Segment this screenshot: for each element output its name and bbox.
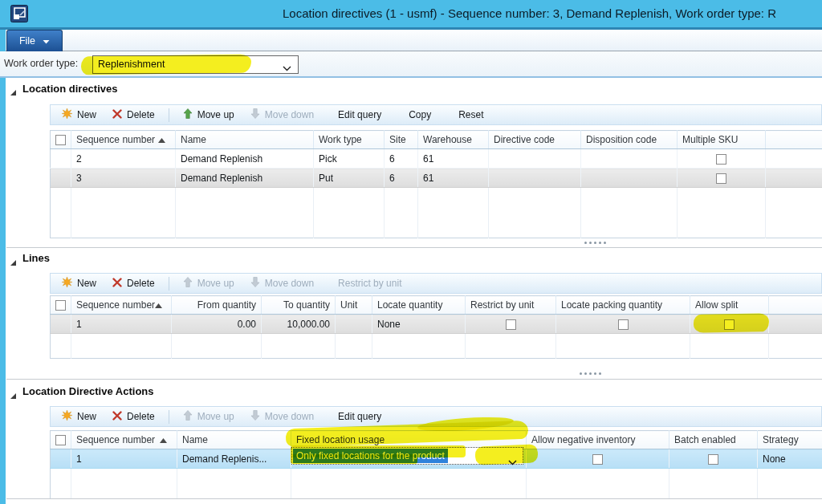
cell-restrict-by-unit[interactable] [466,315,556,334]
allow-negative-inventory-checkbox[interactable] [592,454,603,465]
restrict-by-unit-checkbox[interactable] [506,319,516,330]
cell-sequence-number[interactable]: 2 [71,149,176,169]
cell-sequence-number[interactable]: 1 [71,449,177,469]
select-all-checkbox[interactable] [55,135,66,145]
cell-sequence-number[interactable]: 3 [71,169,176,188]
grid-empty-area [51,334,822,359]
move-up-button[interactable]: Move up [175,105,242,124]
column-header-strategy[interactable]: Strategy [758,431,822,449]
cell-multiple-sku[interactable] [678,149,766,169]
column-header-allow-negative-inventory[interactable]: Allow negative inventory [527,431,669,449]
column-header-site[interactable]: Site [385,131,418,149]
cell-warehouse[interactable]: 61 [418,149,489,169]
cell-strategy[interactable]: None [758,449,822,469]
grid-header-row: Sequence number Name Work type Site Ware… [51,131,822,149]
section-title-location-directive-actions: Location Directive Actions [22,385,154,397]
reset-button[interactable]: Reset [450,105,491,124]
row-selector-cell[interactable] [51,149,71,169]
select-all-checkbox[interactable] [55,435,66,445]
file-menu-arrow-icon [43,35,50,47]
column-header-work-type[interactable]: Work type [314,131,385,149]
delete-button[interactable]: Delete [104,407,163,426]
copy-button[interactable]: Copy [401,105,439,124]
delete-button[interactable]: Delete [104,105,163,124]
location-directive-actions-grid: Sequence number Name Fixed location usag… [50,430,822,499]
column-header-locate-packing-quantity[interactable]: Locate packing quantity [556,296,690,315]
edit-query-button[interactable]: Edit query [330,407,389,426]
multiple-sku-checkbox[interactable] [716,154,726,165]
new-icon [62,277,72,290]
table-row-selected[interactable]: 1 0.00 10,000.00 None [51,315,822,334]
multiple-sku-checkbox[interactable] [716,173,726,184]
column-header-allow-split[interactable]: Allow split [690,296,769,315]
file-menu-button[interactable]: File [6,30,63,51]
column-header-sequence-number[interactable]: Sequence number [71,431,177,449]
column-header-directive-code[interactable]: Directive code [489,131,581,149]
section-expander-icon[interactable] [10,255,17,270]
delete-icon [112,278,122,290]
row-selector-cell[interactable] [51,315,71,334]
cell-name[interactable]: Demand Replenish [176,169,314,188]
table-row[interactable]: 2 Demand Replenish Pick 6 61 [51,149,822,169]
select-all-header[interactable] [51,131,71,149]
cell-work-type[interactable]: Put [314,169,385,188]
column-header-multiple-sku[interactable]: Multiple SKU [678,131,766,149]
select-all-header[interactable] [51,296,71,315]
column-header-sequence-number[interactable]: Sequence number [71,131,176,149]
new-button[interactable]: New [54,274,104,293]
column-header-restrict-by-unit[interactable]: Restrict by unit [466,296,556,315]
cell-name[interactable]: Demand Replenis... [177,449,291,469]
locate-packing-quantity-checkbox[interactable] [618,319,629,330]
cell-to-quantity[interactable]: 10,000.00 [262,315,336,334]
cell-locate-quantity[interactable]: None [372,315,466,334]
cell-site[interactable]: 6 [385,149,418,169]
cell-warehouse[interactable]: 61 [418,169,489,188]
splitter-handle[interactable] [580,372,601,375]
select-all-header[interactable] [51,431,71,449]
work-order-type-combobox[interactable]: Replenishment [92,55,299,74]
column-header-sequence-number[interactable]: Sequence number [71,296,172,315]
cell-site[interactable]: 6 [385,169,418,188]
column-header-to-quantity[interactable]: To quantity [262,296,336,315]
cell-locate-packing-quantity[interactable] [556,315,690,334]
edit-query-button[interactable]: Edit query [330,105,389,124]
column-header-name[interactable]: Name [176,131,314,149]
column-header-unit[interactable]: Unit [336,296,372,315]
cell-multiple-sku[interactable] [678,169,766,188]
table-row-selected[interactable]: 3 Demand Replenish Put 6 61 [51,169,822,188]
cell-allow-negative-inventory[interactable] [527,449,669,469]
cell-batch-enabled[interactable] [669,449,758,469]
row-selector-cell[interactable] [51,449,71,469]
allow-split-checkbox[interactable] [724,319,735,330]
splitter-handle[interactable] [584,242,606,244]
cell-directive-code[interactable] [489,169,581,188]
column-header-batch-enabled[interactable]: Batch enabled [669,431,758,449]
new-button[interactable]: New [54,105,104,124]
column-header-disposition-code[interactable]: Disposition code [581,131,678,149]
column-header-filler [766,131,822,149]
column-header-name[interactable]: Name [177,431,291,449]
select-all-checkbox[interactable] [55,300,66,311]
column-header-locate-quantity[interactable]: Locate quantity [372,296,466,315]
cell-disposition-code[interactable] [581,169,678,188]
batch-enabled-checkbox[interactable] [708,454,718,465]
column-header-warehouse[interactable]: Warehouse [418,131,489,149]
cell-from-quantity[interactable]: 0.00 [172,315,262,334]
cell-name[interactable]: Demand Replenish [176,149,314,169]
row-selector-cell[interactable] [51,169,71,188]
cell-directive-code[interactable] [489,149,581,169]
cell-unit[interactable] [336,315,372,334]
column-header-from-quantity[interactable]: From quantity [172,296,262,315]
cell-allow-split[interactable] [690,315,769,334]
fixed-location-usage-combobox[interactable]: Only fixed locations for the product [291,447,523,465]
delete-button[interactable]: Delete [104,274,163,293]
new-button[interactable]: New [54,407,104,426]
chevron-down-icon [283,63,291,74]
cell-disposition-code[interactable] [581,149,678,169]
section-expander-icon[interactable] [10,388,17,403]
section-expander-icon[interactable] [10,85,17,100]
window-left-edge [0,78,6,504]
cell-work-type[interactable]: Pick [314,149,385,169]
cell-sequence-number[interactable]: 1 [71,315,172,334]
sort-ascending-icon [158,134,170,145]
